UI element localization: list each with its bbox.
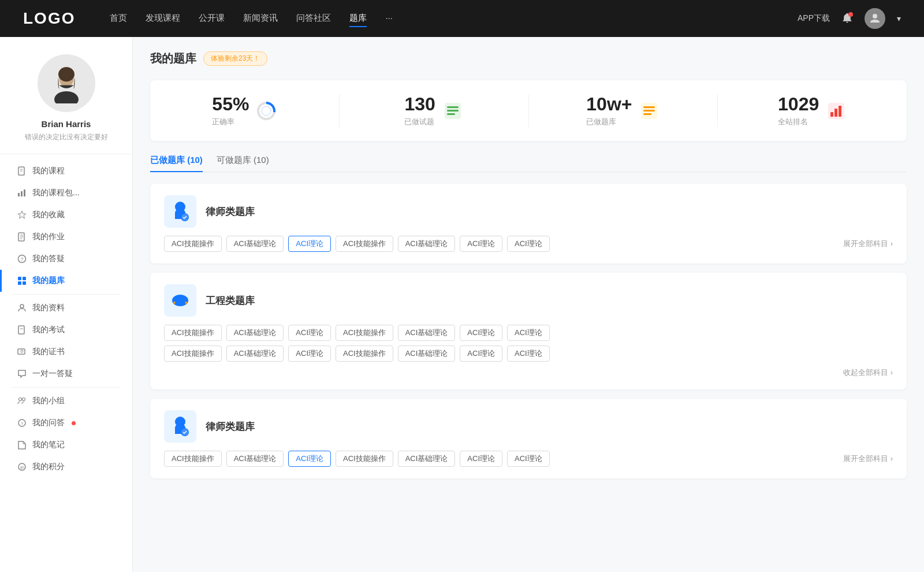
engineer-icon	[164, 284, 196, 317]
question-icon: ?	[17, 254, 27, 263]
svg-point-34	[262, 106, 271, 116]
tag[interactable]: ACI理论	[507, 346, 550, 362]
expand-link-lawyer1[interactable]: 展开全部科目 ›	[843, 239, 893, 249]
star-icon	[17, 210, 27, 220]
nav-link-more[interactable]: ···	[385, 10, 393, 27]
tag[interactable]: ACI基础理论	[398, 325, 456, 341]
sidebar-item-one-on-one[interactable]: 一对一答疑	[0, 363, 132, 385]
qbank-title-lawyer1: 律师类题库	[206, 205, 255, 218]
stat-label-rank: 全站排名	[778, 117, 819, 127]
nav-link-home[interactable]: 首页	[110, 10, 127, 27]
sidebar-item-label: 我的收藏	[32, 210, 65, 220]
sidebar-item-my-certs[interactable]: 我的证书	[0, 341, 132, 363]
tag[interactable]: ACI技能操作	[336, 346, 393, 362]
tag[interactable]: ACI基础理论	[226, 451, 284, 467]
stat-value-done-q: 130	[404, 94, 435, 114]
svg-rect-36	[447, 106, 459, 108]
tag[interactable]: ACI基础理论	[226, 236, 284, 252]
sidebar-item-my-profile[interactable]: 我的资料	[0, 297, 132, 319]
avatar	[38, 54, 95, 112]
tag-active[interactable]: ACI理论	[288, 236, 331, 252]
sidebar-item-my-packages[interactable]: 我的课程包...	[0, 182, 132, 204]
lawyer-icon	[164, 195, 196, 228]
qbank-section-lawyer2: 律师类题库 ACI技能操作 ACI基础理论 ACI理论 ACI技能操作 ACI基…	[150, 399, 907, 478]
tag[interactable]: ACI技能操作	[164, 325, 222, 341]
tag[interactable]: ACI理论	[288, 325, 331, 341]
tag[interactable]: ACI理论	[460, 451, 502, 467]
list-green-icon	[442, 101, 463, 121]
expand-link-lawyer2[interactable]: 展开全部科目 ›	[843, 454, 893, 464]
tag[interactable]: ACI理论	[288, 346, 331, 362]
sidebar-item-my-questions[interactable]: ? 我的答疑	[0, 248, 132, 270]
tag[interactable]: ACI技能操作	[164, 236, 222, 252]
tag[interactable]: ACI基础理论	[226, 346, 284, 362]
nav-link-discover[interactable]: 发现课程	[146, 10, 180, 27]
sidebar-item-my-favorites[interactable]: 我的收藏	[0, 204, 132, 226]
tag[interactable]: ACI基础理论	[398, 236, 456, 252]
nav-link-qbank[interactable]: 题库	[349, 10, 367, 27]
qbank-header-lawyer2: 律师类题库	[164, 410, 893, 443]
tag[interactable]: ACI基础理论	[398, 346, 456, 362]
nav-link-qa[interactable]: 问答社区	[296, 10, 331, 27]
sidebar-item-my-points[interactable]: 积 我的积分	[0, 456, 132, 478]
user-menu-chevron[interactable]: ▾	[897, 14, 901, 23]
sidebar-item-my-group[interactable]: 我的小组	[0, 390, 132, 412]
svg-rect-44	[830, 112, 833, 117]
collapse-link-text[interactable]: 收起全部科目 ›	[843, 367, 893, 378]
sidebar-item-label: 我的课程	[32, 166, 65, 176]
sidebar-item-my-qbank[interactable]: 我的题库	[0, 270, 132, 292]
tag[interactable]: ACI理论	[507, 325, 550, 341]
svg-rect-8	[18, 193, 20, 196]
lawyer-icon-2	[164, 410, 196, 443]
svg-rect-41	[643, 110, 655, 112]
sidebar-item-my-answers[interactable]: ? 我的问答	[0, 412, 132, 434]
svg-rect-17	[18, 277, 21, 280]
grid-icon	[17, 276, 27, 285]
qbank-tags-engineering-row2: ACI技能操作 ACI基础理论 ACI理论 ACI技能操作 ACI基础理论 AC…	[164, 346, 893, 362]
tag[interactable]: ACI技能操作	[164, 451, 222, 467]
qbank-header-lawyer1: 律师类题库	[164, 195, 893, 228]
tag[interactable]: ACI理论	[460, 236, 502, 252]
sidebar-item-my-courses[interactable]: 我的课程	[0, 160, 132, 182]
svg-rect-24	[18, 349, 25, 354]
tag-active[interactable]: ACI理论	[288, 451, 331, 467]
sidebar-item-label: 我的答疑	[32, 254, 65, 264]
svg-rect-10	[24, 190, 25, 196]
svg-point-4	[58, 67, 74, 81]
svg-point-25	[21, 350, 23, 352]
tag[interactable]: ACI基础理论	[226, 325, 284, 341]
main-layout: Brian Harris 错误的决定比没有决定要好 我的课程 我的课程包...	[0, 37, 924, 572]
sidebar-item-label: 我的考试	[32, 325, 65, 335]
qbank-tags-engineering-row1: ACI技能操作 ACI基础理论 ACI理论 ACI技能操作 ACI基础理论 AC…	[164, 325, 893, 341]
svg-rect-42	[643, 113, 651, 115]
tag[interactable]: ACI技能操作	[336, 451, 393, 467]
sidebar-item-my-homework[interactable]: 我的作业	[0, 226, 132, 248]
svg-rect-37	[447, 110, 459, 112]
qbank-header-engineering: 工程类题库	[164, 284, 893, 317]
tab-done-banks[interactable]: 已做题库 (10)	[150, 155, 203, 172]
app-download-button[interactable]: APP下载	[798, 13, 830, 24]
tag[interactable]: ACI理论	[460, 346, 502, 362]
tag[interactable]: ACI理论	[460, 325, 502, 341]
tab-available-banks[interactable]: 可做题库 (10)	[217, 155, 269, 172]
tag[interactable]: ACI技能操作	[164, 346, 222, 362]
cert-icon	[17, 347, 27, 356]
qbank-title-engineering: 工程类题库	[206, 294, 255, 307]
nav-link-news[interactable]: 新闻资讯	[243, 10, 278, 27]
bell-button[interactable]	[841, 12, 853, 25]
sidebar-item-label: 我的问答	[32, 418, 65, 428]
tag[interactable]: ACI基础理论	[398, 451, 456, 467]
tag[interactable]: ACI理论	[507, 236, 550, 252]
user-avatar[interactable]	[865, 8, 885, 29]
sidebar-item-my-notes[interactable]: 我的笔记	[0, 434, 132, 456]
sidebar-item-label: 我的作业	[32, 232, 65, 242]
tag[interactable]: ACI技能操作	[336, 325, 393, 341]
sidebar-item-my-exams[interactable]: 我的考试	[0, 319, 132, 341]
nav-link-opencourse[interactable]: 公开课	[199, 10, 225, 27]
svg-rect-40	[643, 106, 655, 108]
svg-text:?: ?	[21, 421, 24, 426]
tag[interactable]: ACI理论	[507, 451, 550, 467]
stat-done-questions: 130 已做试题	[340, 94, 529, 127]
page-header: 我的题库 体验剩余23天！	[150, 51, 907, 66]
tag[interactable]: ACI技能操作	[336, 236, 393, 252]
